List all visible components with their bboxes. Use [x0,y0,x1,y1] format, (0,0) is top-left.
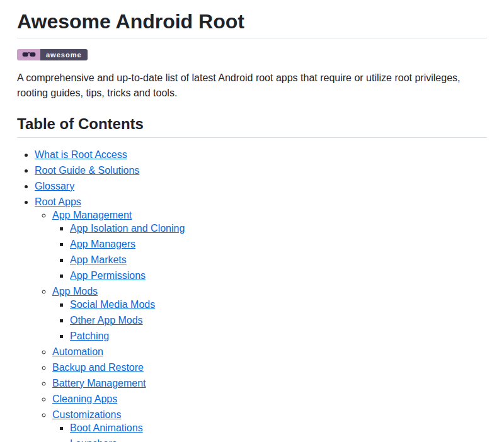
list-item: Customizations Boot Animations Launchers [52,408,487,442]
readme-page: Awesome Android Root awesome A comprehen… [0,0,504,442]
toc-link-cleaning-apps[interactable]: Cleaning Apps [52,394,117,404]
toc-link-app-markets[interactable]: App Markets [70,254,127,265]
list-item: Glossary [35,179,487,193]
toc-link-what-is-root-access[interactable]: What is Root Access [35,149,127,160]
list-item: Patching [70,329,487,343]
page-title: Awesome Android Root [17,10,487,38]
badge-row: awesome [17,48,487,60]
toc-link-root-apps[interactable]: Root Apps [35,196,81,207]
intro-paragraph: A comprehensive and up-to-date list of l… [17,71,487,101]
list-item: App Management App Isolation and Cloning… [52,208,487,282]
toc-link-glossary[interactable]: Glossary [35,181,74,191]
toc-link-patching[interactable]: Patching [70,331,109,341]
toc-link-app-management[interactable]: App Management [52,210,132,220]
list-item: Cleaning Apps [52,392,487,405]
toc-link-launchers[interactable]: Launchers [70,438,117,442]
list-item: Battery Management [52,377,487,390]
toc-link-automation[interactable]: Automation [52,346,103,357]
list-item: Root Apps App Management App Isolation a… [35,195,487,442]
list-item: Automation [52,345,487,358]
list-item: Launchers [70,437,487,442]
badge-label: awesome [40,49,88,60]
list-item: What is Root Access [35,148,487,161]
toc-sublist-customizations: Boot Animations Launchers [52,421,487,442]
toc-link-app-permissions[interactable]: App Permissions [70,270,146,281]
awesome-badge[interactable]: awesome [17,49,88,60]
toc-sublist-root-apps: App Management App Isolation and Cloning… [35,208,487,442]
list-item: Other App Mods [70,314,487,327]
toc-sublist-app-mods: Social Media Mods Other App Mods Patchin… [52,298,487,343]
toc-link-social-media-mods[interactable]: Social Media Mods [70,299,155,310]
toc-link-boot-animations[interactable]: Boot Animations [70,422,143,433]
list-item: Social Media Mods [70,298,487,311]
list-item: Boot Animations [70,421,487,434]
list-item: Root Guide & Solutions [35,164,487,177]
toc-link-customizations[interactable]: Customizations [52,409,121,420]
list-item: App Permissions [70,269,487,282]
toc-link-root-guide-solutions[interactable]: Root Guide & Solutions [35,165,139,176]
toc-link-battery-management[interactable]: Battery Management [52,378,146,388]
list-item: App Markets [70,253,487,266]
toc-link-app-managers[interactable]: App Managers [70,239,135,249]
list-item: App Isolation and Cloning [70,222,487,235]
toc-link-other-app-mods[interactable]: Other App Mods [70,315,143,326]
toc-list: What is Root Access Root Guide & Solutio… [17,148,487,442]
toc-link-app-mods[interactable]: App Mods [52,286,98,297]
list-item: Backup and Restore [52,361,487,374]
toc-link-app-isolation-and-cloning[interactable]: App Isolation and Cloning [70,223,185,234]
list-item: App Managers [70,237,487,251]
toc-sublist-app-management: App Isolation and Cloning App Managers A… [52,222,487,282]
list-item: App Mods Social Media Mods Other App Mod… [52,285,487,343]
toc-heading: Table of Contents [17,115,487,138]
toc-link-backup-and-restore[interactable]: Backup and Restore [52,362,144,373]
sunglasses-icon [17,49,40,60]
